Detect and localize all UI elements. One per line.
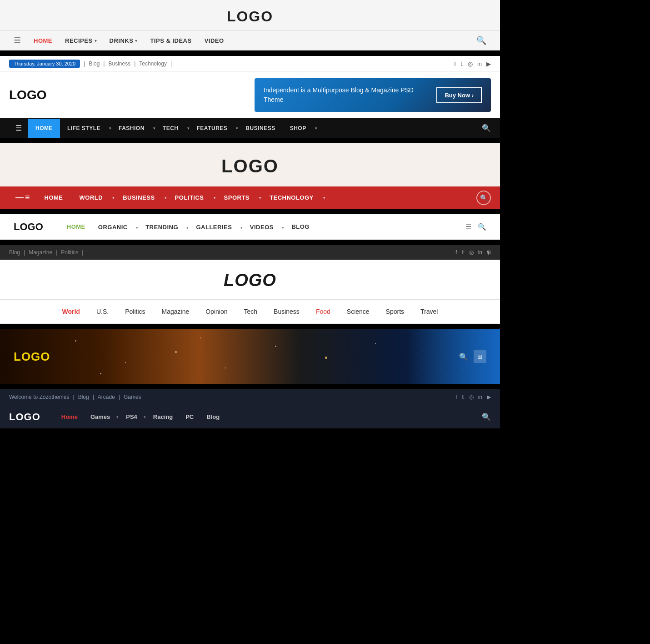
section1-hamburger[interactable]: ☰: [14, 35, 21, 45]
section2-nav-features[interactable]: FEATURES: [190, 119, 235, 138]
section7-search-icon[interactable]: 🔍: [482, 413, 491, 421]
section3-hamburger[interactable]: ≡: [9, 186, 36, 209]
section2-bc1[interactable]: Blog: [89, 60, 100, 67]
section7-nav-pc[interactable]: PC: [180, 411, 199, 423]
section2-breadcrumb: Thursday, January 30, 2020 | Blog | Busi…: [9, 60, 172, 68]
section5-nav-opinion[interactable]: Opinion: [197, 305, 235, 318]
section2-nav-shop[interactable]: SHOP: [283, 119, 314, 138]
section4-nav-organic[interactable]: ORGANIC: [93, 221, 133, 233]
section1-nav-home[interactable]: HOME: [34, 37, 52, 44]
sep3: [0, 209, 500, 214]
section4-nav-trending[interactable]: TRENDING: [140, 221, 184, 233]
section5-nav-business[interactable]: Business: [265, 305, 308, 318]
section5-ig-icon[interactable]: ◎: [469, 249, 474, 256]
section1-nav: ☰ HOME RECIPES ▾ DRINKS ▾ TIPS & IDEAS V…: [0, 30, 500, 50]
section4-galleries-chevron: ▾: [240, 226, 243, 230]
section2-bc3[interactable]: Technology: [139, 60, 167, 67]
section7-games-chevron: ▾: [116, 415, 119, 419]
section7-bc1[interactable]: Welcome to Zozothemes: [9, 394, 70, 400]
section5-nav-food[interactable]: Food: [308, 305, 339, 318]
section4-organic-chevron: ▾: [136, 226, 138, 230]
section4-nav-videos[interactable]: VIDEOS: [245, 221, 279, 233]
section4-videos-group: VIDEOS ▾: [245, 223, 285, 231]
section3-logo: LOGO: [0, 143, 500, 186]
section7-container: Welcome to Zozothemes | Blog | Arcade | …: [0, 389, 500, 428]
section3-nav-technology[interactable]: TECHNOLOGY: [261, 188, 322, 207]
section2-hamburger[interactable]: ☰: [9, 118, 28, 138]
section7-bc4[interactable]: Games: [124, 394, 141, 400]
section6-grid-icon[interactable]: ⊞: [474, 350, 486, 363]
section3-nav-sports[interactable]: SPORTS: [216, 188, 258, 207]
section2-nav-tech[interactable]: TECH: [155, 119, 186, 138]
section1-nav-video[interactable]: VIDEO: [205, 37, 224, 44]
section7-nav-games[interactable]: Games: [85, 411, 115, 423]
section5-in-icon[interactable]: in: [478, 249, 482, 256]
section5-bc2[interactable]: Magazine: [29, 249, 52, 256]
section7-nav-racing[interactable]: Racing: [148, 411, 178, 423]
section4-nav-blog[interactable]: BLOG: [286, 221, 315, 233]
section7-in-icon[interactable]: in: [478, 394, 482, 400]
section5-nav-magazine[interactable]: Magazine: [154, 305, 198, 318]
section2-ig-icon[interactable]: ◎: [468, 60, 473, 67]
section2-social: f 𝕥 ◎ in ▶: [454, 60, 491, 67]
section7-yt-icon[interactable]: ▶: [487, 394, 491, 400]
section1-search-icon[interactable]: 🔍: [476, 35, 486, 45]
section2-sep4: |: [170, 60, 172, 67]
section7-nav-home[interactable]: Home: [56, 411, 83, 423]
section1-nav-tips[interactable]: TIPS & IDEAS: [150, 37, 191, 44]
section3-nav-home[interactable]: HOME: [36, 188, 71, 207]
section2-yt-icon[interactable]: ▶: [486, 60, 491, 67]
section1-container: LOGO ☰ HOME RECIPES ▾ DRINKS ▾ TIPS & ID…: [0, 0, 500, 50]
section5-social: f 𝕥 ◎ in 𝕻: [455, 249, 491, 256]
section2-nav-home[interactable]: HOME: [28, 119, 60, 138]
section5-nav-tech[interactable]: Tech: [235, 305, 265, 318]
section5-nav-us[interactable]: U.S.: [88, 305, 117, 318]
section2-tw-icon[interactable]: 𝕥: [460, 60, 463, 67]
section2-nav-business[interactable]: BUSINESS: [238, 119, 282, 138]
section2-search-icon[interactable]: 🔍: [482, 124, 491, 132]
section2-bc2[interactable]: Business: [108, 60, 130, 67]
section5-nav-travel[interactable]: Travel: [412, 305, 446, 318]
section5-logo: LOGO: [0, 271, 500, 290]
section4-menu-icon[interactable]: ☰: [465, 223, 471, 231]
section7-ps4-group: PS4 ▾: [120, 411, 146, 423]
section5-top: Blog | Magazine | Politics | f 𝕥 ◎ in 𝕻: [0, 245, 500, 260]
section7-tw-icon[interactable]: 𝕥: [462, 394, 465, 400]
section7-nav-ps4[interactable]: PS4: [120, 411, 143, 423]
section5-nav-sports[interactable]: Sports: [378, 305, 412, 318]
section3-nav-politics[interactable]: POLITICS: [167, 188, 212, 207]
section5-container: Blog | Magazine | Politics | f 𝕥 ◎ in 𝕻 …: [0, 245, 500, 324]
section7-bc2[interactable]: Blog: [78, 394, 89, 400]
section3-search-button[interactable]: 🔍: [476, 191, 491, 205]
section4-nav-galleries[interactable]: GALLERIES: [190, 221, 237, 233]
section5-nav-politics[interactable]: Politics: [117, 305, 153, 318]
section7-nav-blog[interactable]: Blog: [201, 411, 225, 423]
section2-in-icon[interactable]: in: [477, 60, 482, 67]
section7-bc3[interactable]: Arcade: [98, 394, 115, 400]
section7-ig-icon[interactable]: ◎: [469, 394, 474, 400]
section5-nav-world[interactable]: World: [54, 305, 88, 318]
section3-nav-business[interactable]: BUSINESS: [115, 188, 163, 207]
section5-tw-icon[interactable]: 𝕥: [462, 249, 465, 256]
section4-search-icon[interactable]: 🔍: [478, 223, 486, 231]
section5-nav-science[interactable]: Science: [339, 305, 378, 318]
section7-fb-icon[interactable]: f: [455, 394, 457, 400]
section1-nav-drinks[interactable]: DRINKS: [110, 37, 134, 44]
section2-buy-button[interactable]: Buy Now ›: [436, 87, 482, 103]
section3-nav-world[interactable]: WORLD: [71, 188, 111, 207]
section5-bc3[interactable]: Politics: [61, 249, 78, 256]
section2-fb-icon[interactable]: f: [454, 60, 456, 67]
section2-nav-fashion[interactable]: FASHION: [111, 119, 152, 138]
section2-features-group: FEATURES ▾: [190, 119, 239, 138]
section6-search-icon[interactable]: 🔍: [459, 352, 468, 361]
section4-nav-home[interactable]: HOME: [61, 221, 91, 233]
section2-banner-text: Independent is a Multipurpose Blog & Mag…: [264, 86, 427, 105]
section5-bc1[interactable]: Blog: [9, 249, 20, 256]
section5-pin-icon[interactable]: 𝕻: [487, 249, 491, 256]
section2-shop-group: SHOP ▾: [283, 119, 317, 138]
section1-nav-recipes[interactable]: RECIPES: [65, 37, 93, 44]
section5-fb-icon[interactable]: f: [455, 249, 457, 256]
section2-nav-lifestyle[interactable]: LIFE STYLE: [60, 119, 108, 138]
section3-politics-group: POLITICS ▾: [167, 188, 216, 207]
section4-trending-group: TRENDING ▾: [140, 223, 189, 231]
